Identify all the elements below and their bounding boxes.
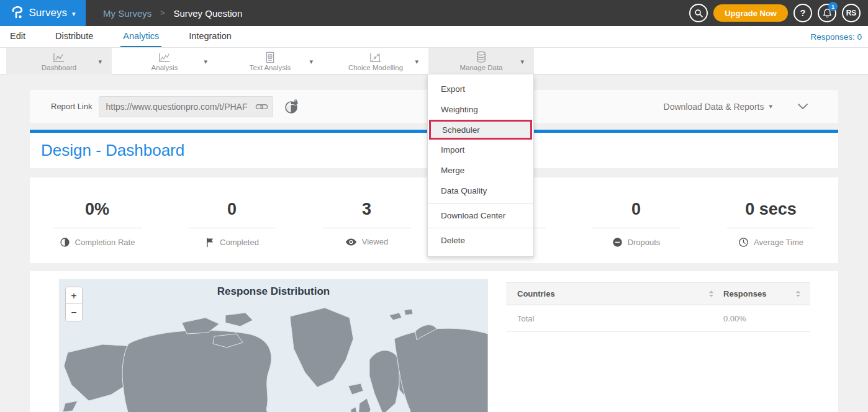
toolbar-tab-label: Analysis: [151, 64, 178, 71]
avatar-initials: RS: [846, 9, 857, 17]
world-map-panel[interactable]: + − Response Distribution: [59, 279, 488, 412]
clock-icon: [738, 237, 749, 248]
notifications-button[interactable]: 1: [818, 4, 836, 22]
map-zoom-controls: + −: [65, 287, 83, 321]
avatar[interactable]: RS: [842, 4, 861, 22]
stat-divider: [592, 228, 680, 228]
report-bar-right: Download Data & Reports ▾: [664, 102, 808, 112]
chevron-down-icon: ▾: [72, 10, 76, 18]
menu-item-import[interactable]: Import: [428, 140, 533, 160]
map-zoom-in-button[interactable]: +: [66, 287, 82, 304]
chevron-down-icon[interactable]: ▾: [769, 102, 772, 110]
table-row: Total 0.00%: [506, 305, 810, 332]
chevron-down-icon[interactable]: ▾: [98, 58, 102, 66]
toolbar-tab-manage-data[interactable]: Manage Data ▾: [428, 48, 534, 74]
toolbar-tab-choice-modelling[interactable]: Choice Modelling ▾: [323, 48, 428, 74]
question-mark-icon: ?: [800, 8, 806, 18]
top-bar: Surveys ▾ My Surveys > Survey Question U…: [0, 0, 868, 26]
link-icon[interactable]: [255, 101, 268, 112]
menu-item-merge[interactable]: Merge: [428, 160, 533, 181]
menu-item-delete[interactable]: Delete: [428, 230, 533, 251]
stat-value: 0: [227, 201, 237, 218]
globe-lock-icon[interactable]: [284, 99, 299, 114]
help-button[interactable]: ?: [793, 4, 812, 22]
breadcrumb: My Surveys > Survey Question: [103, 8, 242, 19]
database-icon: [474, 51, 488, 63]
cell-responses: 0.00%: [723, 314, 810, 323]
eye-icon: [345, 238, 357, 246]
search-button[interactable]: [689, 4, 708, 22]
response-distribution-card: + − Response Distribution Countries Resp…: [30, 271, 838, 412]
toolbar-tab-analysis[interactable]: Analysis ▾: [112, 48, 217, 74]
tab-analytics[interactable]: Analytics: [120, 26, 161, 47]
chevron-down-icon[interactable]: ▾: [204, 58, 207, 66]
world-map: [59, 279, 488, 412]
surveys-product-menu[interactable]: Surveys ▾: [0, 0, 86, 26]
tab-edit[interactable]: Edit: [7, 26, 28, 47]
menu-group: Export Weighting Scheduler Import Merge …: [428, 79, 533, 203]
map-zoom-out-button[interactable]: −: [66, 304, 82, 321]
toolbar-tab-label: Choice Modelling: [348, 64, 403, 71]
map-title: Response Distribution: [59, 285, 488, 298]
survey-nav: Edit Distribute Analytics Integration Re…: [0, 26, 868, 48]
stat-average-time: 0 secs Average Time: [703, 177, 838, 263]
tab-distribute[interactable]: Distribute: [53, 26, 96, 47]
chevron-down-icon[interactable]: ▾: [309, 58, 313, 66]
breadcrumb-current: Survey Question: [173, 8, 242, 19]
stat-label-text: Completed: [220, 238, 259, 247]
report-link-input-wrap: [99, 96, 273, 117]
stat-divider: [53, 228, 142, 228]
questionpro-logo-icon: [11, 6, 24, 20]
minus-circle-icon: [612, 237, 623, 248]
tab-integration[interactable]: Integration: [186, 26, 234, 47]
half-circle-icon: [60, 237, 70, 248]
download-data-reports-dropdown[interactable]: Download Data & Reports: [664, 102, 764, 112]
stat-value: 3: [362, 201, 371, 218]
menu-item-weighting[interactable]: Weighting: [428, 99, 533, 120]
menu-item-export[interactable]: Export: [428, 79, 533, 99]
toolbar-tab-label: Manage Data: [459, 64, 502, 71]
cell-country: Total: [506, 314, 723, 323]
report-link-input[interactable]: [99, 96, 273, 117]
menu-item-scheduler[interactable]: Scheduler: [429, 120, 532, 140]
menu-item-download-center[interactable]: Download Center: [428, 205, 533, 226]
toolbar-tab-text-analysis[interactable]: Text Analysis ▾: [217, 48, 323, 74]
analytics-toolbar: Dashboard ▾ Analysis ▾ Text Analysis ▾: [0, 48, 868, 74]
column-header-responses[interactable]: Responses: [723, 289, 810, 298]
sort-icon[interactable]: [795, 290, 802, 298]
product-label: Surveys: [29, 7, 67, 19]
column-label: Countries: [517, 289, 555, 298]
chevron-down-icon[interactable]: ▾: [520, 58, 524, 66]
responses-count: Responses: 0: [810, 26, 862, 47]
breadcrumb-separator: >: [160, 9, 165, 17]
stat-divider: [727, 228, 815, 228]
sort-icon[interactable]: [708, 290, 715, 298]
toolbar-tab-label: Dashboard: [42, 64, 76, 71]
stat-completion-rate: 0% Completion Rate: [30, 177, 165, 263]
stat-label-text: Dropouts: [628, 238, 661, 247]
stat-divider: [188, 228, 276, 228]
line-chart-icon: [158, 51, 171, 63]
column-header-countries[interactable]: Countries: [506, 289, 723, 298]
menu-group: Delete: [428, 228, 533, 253]
chevron-down-icon[interactable]: ▾: [415, 58, 418, 66]
notification-badge: 1: [828, 2, 838, 11]
flag-icon: [205, 237, 215, 248]
stat-value: 0 secs: [745, 201, 797, 218]
menu-item-data-quality[interactable]: Data Quality: [428, 181, 533, 201]
menu-group: Download Center: [428, 203, 533, 228]
stat-dropouts: 0 Dropouts: [569, 177, 703, 263]
page-title: Design - Dashboard: [41, 141, 184, 160]
stat-value: 0%: [85, 201, 109, 218]
upgrade-now-button[interactable]: Upgrade Now: [713, 4, 788, 22]
document-grid-icon: [264, 51, 276, 63]
topbar-actions: Upgrade Now ? 1 RS: [689, 4, 861, 22]
scatter-chart-icon: [369, 51, 382, 63]
breadcrumb-my-surveys[interactable]: My Surveys: [103, 8, 151, 19]
stat-label-text: Average Time: [754, 238, 803, 247]
report-link-label: Report Link: [51, 102, 92, 111]
collapse-chevron-icon[interactable]: [797, 103, 808, 110]
stat-label-text: Viewed: [362, 237, 388, 246]
toolbar-tab-dashboard[interactable]: Dashboard ▾: [6, 48, 112, 74]
toolbar-tab-label: Text Analysis: [250, 64, 291, 71]
